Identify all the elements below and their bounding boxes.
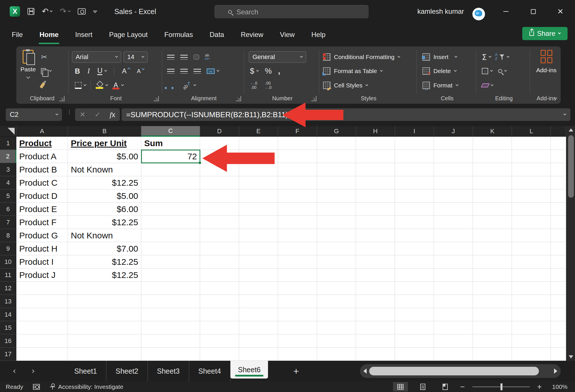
scroll-right-icon[interactable]	[554, 369, 557, 374]
cell-H3[interactable]	[356, 163, 395, 176]
horizontal-scroll-thumb[interactable]	[369, 367, 539, 375]
cell-H9[interactable]	[356, 242, 395, 255]
cell-G15[interactable]	[317, 321, 356, 334]
cell-L15[interactable]	[512, 321, 551, 334]
cell-H10[interactable]	[356, 255, 395, 268]
format-as-table-button[interactable]: Format as Table	[323, 65, 382, 77]
cell-M16[interactable]	[551, 334, 566, 348]
zoom-out-button[interactable]: −	[460, 382, 465, 391]
row-header-3[interactable]: 3	[0, 163, 16, 176]
cell-A12[interactable]	[16, 282, 68, 295]
cell-B17[interactable]	[68, 348, 141, 361]
cell-A1[interactable]: Product	[16, 137, 68, 150]
redo-button[interactable]: ↷	[60, 7, 70, 15]
column-header-J[interactable]: J	[434, 126, 473, 137]
clear-button[interactable]	[482, 83, 493, 87]
borders-button[interactable]	[75, 82, 86, 89]
cell-K10[interactable]	[473, 255, 512, 268]
cell-A2[interactable]: Product A	[16, 150, 68, 163]
cell-H11[interactable]	[356, 268, 395, 282]
cell-L2[interactable]	[512, 150, 551, 163]
cell-B15[interactable]	[68, 321, 141, 334]
cell-J17[interactable]	[434, 348, 473, 361]
cell-B6[interactable]: $6.00	[68, 203, 141, 216]
macro-record-icon[interactable]	[33, 384, 40, 390]
fill-button[interactable]: ↓	[482, 68, 492, 74]
cell-I13[interactable]	[395, 295, 434, 308]
cell-H12[interactable]	[356, 282, 395, 295]
cell-J12[interactable]	[434, 282, 473, 295]
cell-A15[interactable]	[16, 321, 68, 334]
fill-handle[interactable]	[198, 161, 201, 164]
normal-view-button[interactable]	[393, 382, 408, 391]
cell-B10[interactable]: $12.25	[68, 255, 141, 268]
cell-L11[interactable]	[512, 268, 551, 282]
column-header-D[interactable]: D	[200, 126, 239, 137]
cell-A8[interactable]: Product G	[16, 229, 68, 242]
cell-K17[interactable]	[473, 348, 512, 361]
cell-I8[interactable]	[395, 229, 434, 242]
align-left-button[interactable]	[167, 69, 175, 74]
customize-quick-access-button[interactable]	[93, 11, 97, 13]
enter-button[interactable]: ✓	[95, 111, 100, 119]
format-painter-button[interactable]	[41, 79, 44, 92]
cell-B9[interactable]: $7.00	[68, 242, 141, 255]
merge-center-button[interactable]: ↔	[207, 68, 219, 74]
ribbon-tab-help[interactable]: Help	[303, 23, 334, 46]
cell-C12[interactable]	[141, 282, 200, 295]
zoom-in-button[interactable]: +	[537, 382, 542, 391]
row-header-11[interactable]: 11	[0, 268, 16, 282]
cell-M10[interactable]	[551, 255, 566, 268]
wrap-text-button[interactable]: abc↩	[205, 54, 210, 60]
cell-styles-button[interactable]: Cell Styles	[323, 79, 368, 92]
cell-C8[interactable]	[141, 229, 200, 242]
cell-E15[interactable]	[239, 321, 278, 334]
cell-I7[interactable]	[395, 216, 434, 229]
font-name-select[interactable]: Arial	[72, 51, 121, 63]
comma-style-button[interactable]: ,	[278, 67, 280, 76]
cell-G9[interactable]	[317, 242, 356, 255]
cell-J14[interactable]	[434, 308, 473, 321]
cell-D11[interactable]	[200, 268, 239, 282]
cell-F14[interactable]	[278, 308, 317, 321]
cell-L3[interactable]	[512, 163, 551, 176]
cell-H7[interactable]	[356, 216, 395, 229]
insert-function-button[interactable]: fx	[109, 111, 115, 119]
format-cells-button[interactable]: Format	[423, 79, 458, 92]
cell-J4[interactable]	[434, 176, 473, 189]
cell-B7[interactable]: $12.25	[68, 216, 141, 229]
vertical-scroll-thumb[interactable]	[568, 135, 574, 198]
cell-B2[interactable]: $5.00	[68, 150, 141, 163]
cell-L1[interactable]	[512, 137, 551, 150]
cell-K1[interactable]	[473, 137, 512, 150]
cell-M2[interactable]	[551, 150, 566, 163]
cell-A9[interactable]: Product H	[16, 242, 68, 255]
column-header-K[interactable]: K	[473, 126, 512, 137]
cell-F15[interactable]	[278, 321, 317, 334]
cell-E7[interactable]	[239, 216, 278, 229]
cell-A3[interactable]: Product B	[16, 163, 68, 176]
cell-K12[interactable]	[473, 282, 512, 295]
cell-G13[interactable]	[317, 295, 356, 308]
cell-J2[interactable]	[434, 150, 473, 163]
cell-C5[interactable]	[141, 189, 200, 203]
font-size-select[interactable]: 14	[124, 51, 148, 63]
row-header-9[interactable]: 9	[0, 242, 16, 255]
cell-G17[interactable]	[317, 348, 356, 361]
cell-K14[interactable]	[473, 308, 512, 321]
cell-L6[interactable]	[512, 203, 551, 216]
number-format-select[interactable]: General	[249, 51, 306, 63]
cell-I16[interactable]	[395, 334, 434, 348]
row-header-1[interactable]: 1	[0, 137, 16, 150]
cell-E13[interactable]	[239, 295, 278, 308]
cell-C16[interactable]	[141, 334, 200, 348]
cell-F3[interactable]	[278, 163, 317, 176]
cell-G1[interactable]	[317, 137, 356, 150]
excel-logo[interactable]: X	[10, 6, 20, 17]
addins-button[interactable]: Add-ins	[532, 50, 561, 74]
cell-G8[interactable]	[317, 229, 356, 242]
sheet-tab-sheet6[interactable]: Sheet6	[230, 361, 268, 379]
cell-B11[interactable]: $12.25	[68, 268, 141, 282]
cell-J11[interactable]	[434, 268, 473, 282]
cell-M6[interactable]	[551, 203, 566, 216]
